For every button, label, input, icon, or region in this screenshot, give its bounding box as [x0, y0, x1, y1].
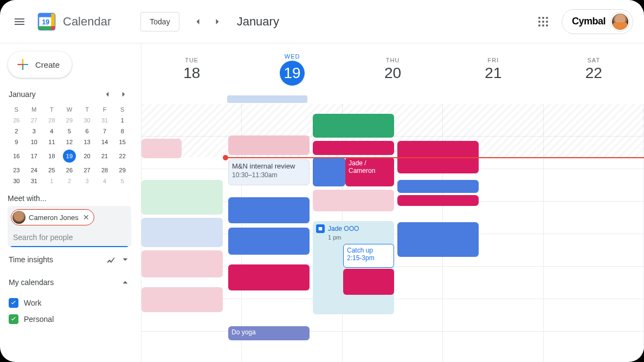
- day-column-header[interactable]: WED19: [242, 43, 342, 95]
- minical-day[interactable]: 26: [61, 165, 79, 176]
- minical-day[interactable]: 15: [113, 137, 131, 147]
- event-title: M&N internal review: [232, 162, 306, 170]
- minical-day[interactable]: 28: [96, 165, 114, 176]
- checkbox-work[interactable]: [9, 298, 18, 308]
- people-chip[interactable]: Cameron Jones ✕: [11, 209, 94, 225]
- minical-day[interactable]: 7: [96, 126, 114, 137]
- minical-day[interactable]: 3: [78, 176, 96, 186]
- minical-day[interactable]: 23: [8, 165, 25, 176]
- event-block[interactable]: [343, 269, 394, 295]
- event-block[interactable]: [313, 157, 345, 186]
- my-calendars-header[interactable]: My calendars: [8, 270, 131, 293]
- event-block[interactable]: [141, 218, 223, 247]
- day-column-header[interactable]: FRI21: [443, 43, 543, 95]
- event-block[interactable]: [141, 250, 223, 277]
- event-do-yoga[interactable]: Do yoga: [228, 326, 310, 340]
- user-avatar[interactable]: [611, 12, 629, 31]
- minical-day[interactable]: 16: [8, 147, 25, 165]
- day-column-header[interactable]: TUE18: [141, 43, 242, 95]
- event-block[interactable]: [313, 141, 394, 155]
- minical-day[interactable]: 10: [25, 137, 43, 147]
- minical-day[interactable]: 1: [43, 176, 61, 186]
- minical-day[interactable]: 13: [78, 137, 96, 147]
- event-block[interactable]: [228, 228, 310, 255]
- event-jade-ooo[interactable]: Jade OOO 1 pm: [313, 221, 394, 314]
- minical-day[interactable]: 19: [61, 147, 79, 165]
- minical-dow: S: [113, 104, 131, 115]
- minical-day[interactable]: 29: [61, 115, 79, 126]
- create-button[interactable]: Create: [8, 51, 72, 78]
- minical-day[interactable]: 3: [25, 126, 43, 137]
- minical-day[interactable]: 9: [8, 137, 25, 147]
- google-apps-button[interactable]: [532, 11, 554, 33]
- search-people-input[interactable]: [11, 229, 128, 247]
- event-block[interactable]: [141, 287, 223, 312]
- today-button[interactable]: Today: [140, 12, 179, 31]
- event-block[interactable]: [313, 190, 394, 211]
- minical-day[interactable]: 25: [43, 165, 61, 176]
- minical-next[interactable]: [117, 88, 130, 101]
- day-column-header[interactable]: THU20: [343, 43, 443, 95]
- chip-avatar: [12, 211, 25, 224]
- day-number: 20: [384, 64, 401, 82]
- minical-day[interactable]: 30: [78, 115, 96, 126]
- minical-day[interactable]: 18: [43, 147, 61, 165]
- checkbox-personal[interactable]: [9, 314, 18, 324]
- day-column-header[interactable]: SAT22: [544, 43, 644, 95]
- event-block[interactable]: [397, 195, 479, 206]
- minical-day[interactable]: 2: [61, 176, 79, 186]
- time-insights-header[interactable]: Time insights: [8, 247, 131, 270]
- allday-event[interactable]: [227, 95, 307, 103]
- event-title: Do yoga: [231, 328, 256, 336]
- chip-remove[interactable]: ✕: [82, 213, 91, 222]
- prev-period-button[interactable]: [188, 12, 208, 31]
- event-jade-cameron[interactable]: Jade / Cameron: [345, 157, 394, 186]
- minical-day[interactable]: 4: [43, 126, 61, 137]
- minical-day[interactable]: 22: [113, 147, 131, 165]
- minical-day[interactable]: 28: [43, 115, 61, 126]
- minical-day[interactable]: 5: [61, 126, 79, 137]
- minical-day[interactable]: 8: [113, 126, 131, 137]
- minical-day[interactable]: 17: [25, 147, 43, 165]
- minical-day[interactable]: 27: [25, 115, 43, 126]
- minical-day[interactable]: 4: [96, 176, 114, 186]
- minical-day[interactable]: 2: [8, 126, 25, 137]
- event-block[interactable]: [228, 264, 310, 290]
- check-icon: [10, 315, 17, 323]
- current-time-indicator: [226, 157, 644, 158]
- minical-day[interactable]: 30: [8, 176, 25, 186]
- calendar-item-work[interactable]: Work: [8, 295, 131, 311]
- event-catch-up[interactable]: Catch up 2:15-3pm: [343, 244, 394, 268]
- event-block[interactable]: [313, 114, 394, 138]
- next-period-button[interactable]: [208, 12, 227, 31]
- event-block[interactable]: [141, 139, 182, 158]
- minical-day[interactable]: 31: [96, 115, 114, 126]
- minical-dow: M: [25, 104, 43, 115]
- minical-day[interactable]: 27: [78, 165, 96, 176]
- calendar-item-personal[interactable]: Personal: [8, 311, 131, 327]
- minical-day[interactable]: 12: [61, 137, 79, 147]
- minical-day[interactable]: 20: [78, 147, 96, 165]
- event-block[interactable]: [397, 180, 479, 193]
- minical-day[interactable]: 11: [43, 137, 61, 147]
- mini-calendar[interactable]: SMTWTFS 26272829303112345678910111213141…: [8, 104, 131, 186]
- event-block[interactable]: [228, 197, 310, 223]
- event-suggestion[interactable]: M&N internal review 10:30–11:30am: [228, 159, 310, 185]
- account-switcher[interactable]: Cymbal: [562, 9, 633, 34]
- calendar-logo: 19: [36, 11, 57, 33]
- event-block[interactable]: [228, 135, 310, 155]
- event-block[interactable]: [141, 180, 223, 215]
- minical-day[interactable]: 6: [78, 126, 96, 137]
- main-menu-button[interactable]: [7, 9, 33, 35]
- minical-day[interactable]: 1: [113, 115, 131, 126]
- minical-day[interactable]: 24: [25, 165, 43, 176]
- minical-day[interactable]: 21: [96, 147, 114, 165]
- minical-day[interactable]: 31: [25, 176, 43, 186]
- minical-prev[interactable]: [101, 88, 114, 101]
- minical-day[interactable]: 14: [96, 137, 114, 147]
- minical-day[interactable]: 26: [8, 115, 25, 126]
- minical-day[interactable]: 29: [113, 165, 131, 176]
- event-block[interactable]: [397, 222, 479, 257]
- minical-day[interactable]: 5: [113, 176, 131, 186]
- day-of-week: SAT: [588, 57, 601, 63]
